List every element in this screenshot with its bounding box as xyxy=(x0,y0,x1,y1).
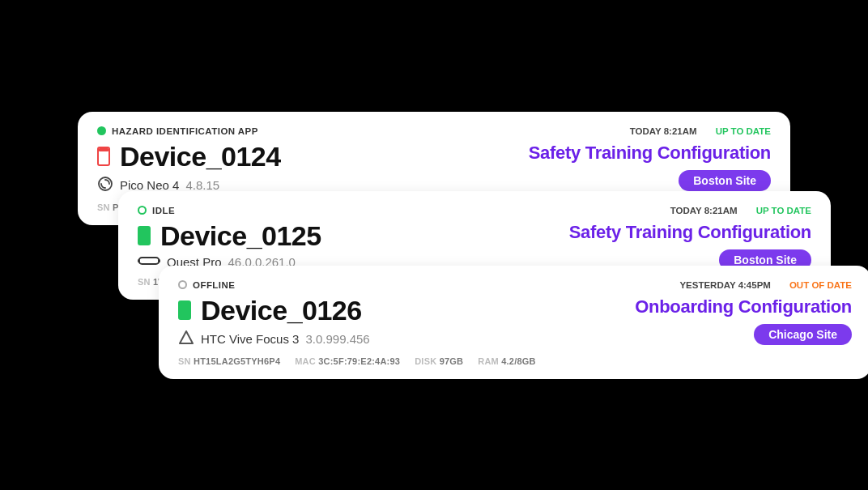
status-right: TODAY 8:21AM UP TO DATE xyxy=(666,206,811,215)
time-block: YESTERDAY 4:45PM xyxy=(675,280,771,290)
device-name: Device_0124 xyxy=(120,141,281,173)
disk-block: DISK 97GB xyxy=(415,356,463,366)
svg-rect-6 xyxy=(138,259,140,262)
sn-block: SN HT15LA2G5TYH6P4 xyxy=(178,356,280,366)
hw-name: HTC Vive Focus 3 xyxy=(201,332,299,346)
status-right: TODAY 8:21AM UP TO DATE xyxy=(626,126,771,136)
site-badge[interactable]: Chicago Site xyxy=(754,324,852,345)
config-name: Onboarding Configuration xyxy=(635,296,852,317)
hw-icon xyxy=(97,176,113,194)
time-label: TODAY 8:21AM xyxy=(630,126,697,136)
status-left: OFFLINE xyxy=(178,280,235,290)
status-right: YESTERDAY 4:45PM OUT OF DATE xyxy=(675,280,852,290)
sync-label: UP TO DATE xyxy=(756,206,811,215)
device-card-3[interactable]: OFFLINE YESTERDAY 4:45PM OUT OF DATE xyxy=(159,266,868,379)
status-left: HAZARD IDENTIFICATION APP xyxy=(97,126,258,136)
device-name-row: Device_0125 xyxy=(138,220,496,252)
device-left: Device_0126 HTC Vive Focus 3 3.0.999.456… xyxy=(178,295,536,366)
time-label: TODAY 8:21AM xyxy=(670,206,738,215)
ram-block: RAM 4.2/8GB xyxy=(478,356,536,366)
sync-block: UP TO DATE xyxy=(752,206,811,215)
time-block: TODAY 8:21AM xyxy=(626,126,697,136)
mac-block: MAC 3C:5F:79:E2:4A:93 xyxy=(295,356,400,366)
status-dot xyxy=(178,280,187,289)
device-name-row: Device_0126 xyxy=(178,295,536,326)
device-right: Safety Training Configuration Boston Sit… xyxy=(569,220,811,271)
device-right: Onboarding Configuration Chicago Site xyxy=(635,295,852,345)
card-header: HAZARD IDENTIFICATION APP TODAY 8:21AM U… xyxy=(97,126,771,136)
device-name: Device_0125 xyxy=(160,220,321,252)
hw-icon xyxy=(138,255,160,269)
site-badge[interactable]: Boston Site xyxy=(679,170,771,191)
config-name: Safety Training Configuration xyxy=(569,222,811,243)
status-label: HAZARD IDENTIFICATION APP xyxy=(112,126,258,136)
device-right: Safety Training Configuration Boston Sit… xyxy=(529,141,771,191)
sync-label: UP TO DATE xyxy=(716,126,771,136)
status-label: IDLE xyxy=(152,206,175,215)
card-main: Device_0126 HTC Vive Focus 3 3.0.999.456… xyxy=(178,295,852,366)
hw-version: 4.8.15 xyxy=(185,178,219,192)
status-dot xyxy=(97,126,106,135)
device-name: Device_0126 xyxy=(201,295,362,326)
device-name-row: Device_0124 xyxy=(97,141,466,173)
device-hardware: HTC Vive Focus 3 3.0.999.456 xyxy=(178,330,536,348)
svg-rect-5 xyxy=(139,258,160,264)
status-left: IDLE xyxy=(138,206,175,215)
device-meta: SN HT15LA2G5TYH6P4 MAC 3C:5F:79:E2:4A:93… xyxy=(178,356,536,366)
status-label: OFFLINE xyxy=(193,280,235,290)
time-label: YESTERDAY 4:45PM xyxy=(679,280,771,290)
time-block: TODAY 8:21AM xyxy=(666,206,738,215)
sync-label: OUT OF DATE xyxy=(789,280,852,290)
sync-block: OUT OF DATE xyxy=(785,280,852,290)
hw-name: Pico Neo 4 xyxy=(120,178,179,192)
hw-icon xyxy=(178,330,194,348)
svg-rect-7 xyxy=(158,259,160,262)
config-name: Safety Training Configuration xyxy=(529,143,771,164)
status-dot xyxy=(138,206,147,215)
card-header: IDLE TODAY 8:21AM UP TO DATE xyxy=(138,206,811,215)
card-header: OFFLINE YESTERDAY 4:45PM OUT OF DATE xyxy=(178,280,852,290)
sync-block: UP TO DATE xyxy=(712,126,771,136)
hw-version: 3.0.999.456 xyxy=(305,332,369,346)
